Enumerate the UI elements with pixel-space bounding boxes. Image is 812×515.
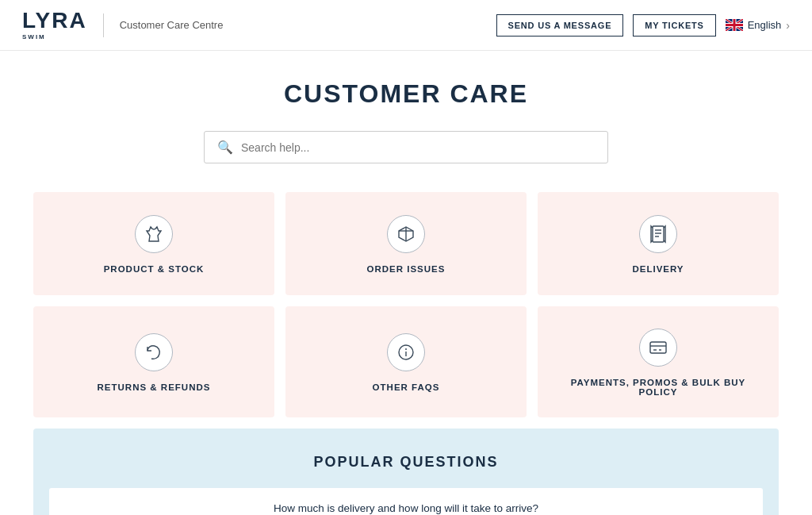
main-content: CUSTOMER CARE 🔍 PRODUCT & STOCK (17, 79, 795, 515)
header-left: LYRA SWIM Customer Care Centre (22, 10, 223, 40)
logo-text: LYRA (22, 10, 87, 32)
box-icon (396, 225, 416, 244)
category-card-delivery[interactable]: DELIVERY (538, 192, 779, 295)
product-stock-label: PRODUCT & STOCK (104, 264, 205, 274)
category-card-product-stock[interactable]: PRODUCT & STOCK (33, 192, 274, 295)
header-right: SEND US A MESSAGE MY TICKETS English › (496, 14, 790, 37)
language-label: English (748, 19, 782, 31)
question-card-0[interactable]: How much is delivery and how long will i… (49, 488, 763, 515)
category-card-payments-promos[interactable]: PAYMENTS, PROMOS & BULK BUY POLICY (538, 306, 779, 417)
header: LYRA SWIM Customer Care Centre SEND US A… (0, 0, 812, 51)
page-title: CUSTOMER CARE (33, 79, 779, 109)
other-faqs-icon-circle (387, 333, 425, 371)
receipt-icon (649, 225, 668, 244)
other-faqs-label: OTHER FAQS (373, 382, 440, 392)
dress-icon (144, 225, 163, 244)
return-icon (144, 343, 163, 362)
svg-rect-3 (653, 226, 664, 242)
delivery-icon-circle (639, 215, 677, 253)
order-issues-label: ORDER ISSUES (367, 264, 446, 274)
uk-flag-icon (726, 19, 743, 31)
logo-swim: SWIM (22, 33, 46, 40)
logo-divider (103, 13, 104, 37)
product-stock-icon-circle (135, 215, 173, 253)
returns-refunds-label: RETURNS & REFUNDS (98, 382, 211, 392)
delivery-label: DELIVERY (632, 264, 684, 274)
popular-questions-section: POPULAR QUESTIONS How much is delivery a… (33, 429, 779, 515)
logo-block: LYRA SWIM (22, 10, 87, 40)
returns-refunds-icon-circle (135, 333, 173, 371)
category-grid-row1: PRODUCT & STOCK ORDER ISSUES (33, 192, 779, 417)
order-issues-icon-circle (387, 215, 425, 253)
chevron-right-icon: › (786, 19, 790, 32)
care-centre-label: Customer Care Centre (120, 19, 224, 31)
search-container: 🔍 (33, 131, 779, 163)
search-icon: 🔍 (217, 140, 233, 155)
category-card-other-faqs[interactable]: OTHER FAQS (285, 306, 527, 417)
search-input[interactable] (241, 141, 595, 154)
category-card-order-issues[interactable]: ORDER ISSUES (285, 192, 527, 295)
search-box: 🔍 (204, 131, 608, 163)
my-tickets-button[interactable]: MY TICKETS (633, 14, 715, 37)
payments-promos-icon-circle (639, 329, 677, 367)
payments-promos-label: PAYMENTS, PROMOS & BULK BUY POLICY (553, 378, 763, 397)
card-icon (649, 338, 668, 357)
question-text-0: How much is delivery and how long will i… (274, 502, 538, 514)
category-card-returns-refunds[interactable]: RETURNS & REFUNDS (33, 306, 274, 417)
svg-rect-11 (650, 342, 666, 353)
send-message-button[interactable]: SEND US A MESSAGE (496, 14, 624, 37)
language-selector[interactable]: English › (726, 19, 790, 32)
info-icon (396, 343, 416, 362)
popular-questions-title: POPULAR QUESTIONS (49, 454, 763, 471)
